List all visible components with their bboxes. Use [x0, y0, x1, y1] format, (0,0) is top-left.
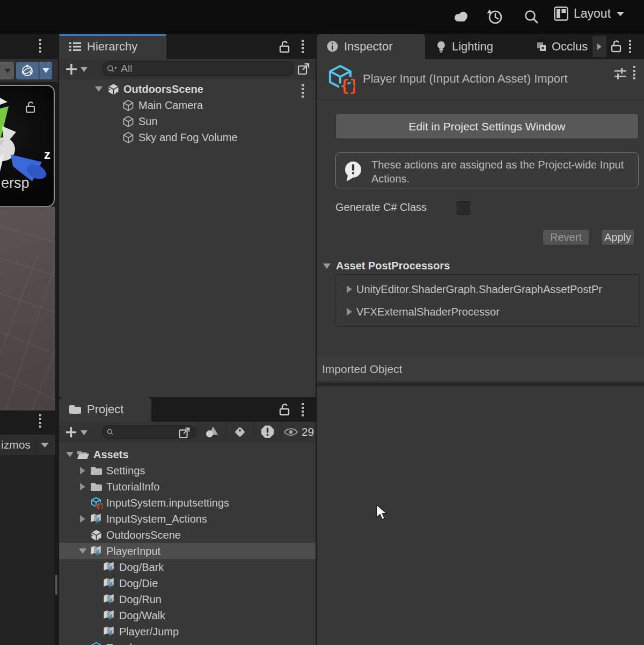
- search-icon[interactable]: [523, 9, 540, 26]
- foldout-closed-icon[interactable]: [76, 515, 89, 523]
- postprocessors-foldout[interactable]: Asset PostProcessors: [323, 260, 450, 272]
- apply-button[interactable]: Apply: [601, 229, 634, 245]
- importer-kebab-icon[interactable]: [633, 66, 635, 79]
- hierarchy-search-field[interactable]: [102, 61, 294, 76]
- project-row-inputsystem-actions[interactable]: InputSystem_Actions: [59, 511, 316, 527]
- tab-project[interactable]: Project: [59, 397, 151, 422]
- filter-by-type-button[interactable]: [197, 422, 225, 442]
- project-row-dog-bark[interactable]: Dog/Bark: [59, 559, 316, 575]
- tab-scroll-right-button[interactable]: [592, 36, 606, 57]
- tab-inspector[interactable]: Inspector: [317, 34, 425, 59]
- row-label: TutorialInfo: [106, 481, 159, 493]
- scene-gizmo-dropdown[interactable]: [39, 62, 52, 79]
- hierarchy-row-sun[interactable]: Sun: [59, 113, 316, 129]
- gizmos-dropdown-icon[interactable]: [41, 443, 49, 448]
- scrollbar-thumb[interactable]: [55, 575, 57, 595]
- revert-button[interactable]: Revert: [543, 229, 589, 245]
- tab-hierarchy[interactable]: Hierarchy: [59, 34, 166, 59]
- scene-gizmo-toggle[interactable]: [16, 62, 39, 79]
- presets-icon[interactable]: [613, 67, 627, 80]
- shapes-icon: [205, 426, 219, 438]
- gizmos-label: izmos: [0, 438, 31, 451]
- gizmos-menu-kebab-icon[interactable]: [39, 414, 41, 428]
- hierarchy-toolbar: [59, 59, 316, 79]
- tab-occlusion[interactable]: Occlus: [536, 34, 588, 59]
- tab-lighting-label: Lighting: [452, 40, 493, 54]
- layout-label: Layout: [574, 6, 611, 21]
- project-row-readme[interactable]: Readme: [59, 640, 316, 645]
- project-row-tutorialinfo[interactable]: TutorialInfo: [59, 479, 316, 495]
- orientation-gizmo-panel[interactable]: z ersp: [0, 85, 55, 207]
- add-button[interactable]: [64, 62, 78, 76]
- generate-class-checkbox[interactable]: [457, 201, 470, 215]
- postprocessor-row[interactable]: VFXExternalShaderProcessor: [336, 304, 639, 320]
- foldout-closed-icon[interactable]: [347, 308, 352, 316]
- project-menu-kebab-icon[interactable]: [302, 403, 304, 416]
- foldout-open-icon: [323, 263, 331, 269]
- foldout-open-icon[interactable]: [63, 452, 76, 457]
- edit-project-settings-button[interactable]: Edit in Project Settings Window: [335, 114, 639, 139]
- foldout-open-icon[interactable]: [76, 548, 89, 554]
- section-divider: [317, 383, 644, 386]
- action-map-icon: [102, 626, 116, 637]
- foldout-closed-icon[interactable]: [347, 285, 352, 293]
- tab-lighting[interactable]: Lighting: [436, 34, 493, 59]
- row-label: Dog/Run: [119, 593, 162, 606]
- console-warning-button[interactable]: [253, 422, 281, 442]
- action-map-icon: [89, 545, 103, 557]
- project-add-dropdown-icon[interactable]: [80, 430, 87, 435]
- cloud-icon[interactable]: [452, 9, 471, 24]
- foldout-closed-icon[interactable]: [76, 483, 89, 490]
- project-row-dog-run[interactable]: Dog/Run: [59, 591, 316, 607]
- project-add-button[interactable]: [64, 426, 78, 439]
- project-row-settings[interactable]: Settings: [59, 463, 316, 479]
- add-dropdown-icon[interactable]: [80, 67, 87, 72]
- filter-by-label-button[interactable]: [225, 422, 253, 442]
- undo-history-icon[interactable]: [486, 8, 504, 26]
- gizmo-unlock-icon[interactable]: [25, 101, 36, 114]
- project-row-dog-walk[interactable]: Dog/Walk: [59, 607, 316, 624]
- inspector-menu-kebab-icon[interactable]: [629, 40, 631, 53]
- gizmos-bar[interactable]: izmos: [0, 435, 55, 455]
- info-box-message: These actions are assigned as the Projec…: [371, 158, 629, 186]
- scene-viewport[interactable]: [0, 207, 55, 411]
- perspective-label[interactable]: ersp: [1, 175, 30, 192]
- hierarchy-menu-kebab-icon[interactable]: [302, 40, 304, 53]
- scene-tool-dropdown[interactable]: [0, 62, 14, 79]
- tag-icon: [233, 426, 246, 438]
- folder-icon: [89, 482, 103, 492]
- hierarchy-row-outdoorsscene[interactable]: OutdoorsScene: [59, 81, 316, 97]
- hierarchy-maximize-icon[interactable]: [297, 62, 311, 76]
- foldout-closed-icon[interactable]: [76, 467, 89, 474]
- postprocessor-row[interactable]: UnityEditor.ShaderGraph.ShaderGraphAsset…: [336, 281, 639, 297]
- folder-open-icon: [76, 450, 90, 460]
- row-kebab-icon[interactable]: [302, 84, 304, 98]
- visibility-toggle-button[interactable]: 29: [281, 422, 316, 442]
- input-action-asset-icon: {}: [325, 63, 355, 94]
- z-axis-label: z: [44, 147, 50, 162]
- scene-menu-kebab-icon[interactable]: [39, 39, 41, 53]
- project-row-dog-die[interactable]: Dog/Die: [59, 575, 316, 591]
- folder-icon: [69, 404, 82, 415]
- hierarchy-row-main-camera[interactable]: Main Camera: [59, 97, 316, 113]
- postprocessors-box: UnityEditor.ShaderGraph.ShaderGraphAsset…: [335, 274, 640, 327]
- scrollbar[interactable]: [54, 458, 58, 645]
- project-tree: AssetsSettingsTutorialInfo{}InputSystem.…: [59, 442, 316, 645]
- generate-class-label: Generate C# Class: [335, 201, 427, 214]
- project-row-assets[interactable]: Assets: [59, 446, 316, 463]
- project-unlock-icon[interactable]: [278, 403, 291, 416]
- inspector-unlock-icon[interactable]: [610, 40, 623, 53]
- action-map-icon: [102, 593, 116, 605]
- project-row-player-jump[interactable]: Player/Jump: [59, 624, 316, 640]
- layout-dropdown[interactable]: Layout: [554, 6, 625, 21]
- project-row-playerinput[interactable]: PlayerInput: [59, 543, 316, 559]
- row-label: Dog/Walk: [119, 610, 165, 622]
- tab-project-label: Project: [87, 402, 123, 416]
- project-row-outdoorsscene[interactable]: OutdoorsScene: [59, 527, 316, 543]
- project-maximize-icon[interactable]: [178, 426, 191, 439]
- foldout-open-icon[interactable]: [91, 86, 106, 92]
- project-row-inputsystem-inputsettings[interactable]: {}InputSystem.inputsettings: [59, 495, 316, 511]
- hierarchy-unlock-icon[interactable]: [278, 40, 291, 54]
- hierarchy-search-input[interactable]: [121, 63, 289, 75]
- hierarchy-row-sky-and-fog-volume[interactable]: Sky and Fog Volume: [59, 129, 316, 145]
